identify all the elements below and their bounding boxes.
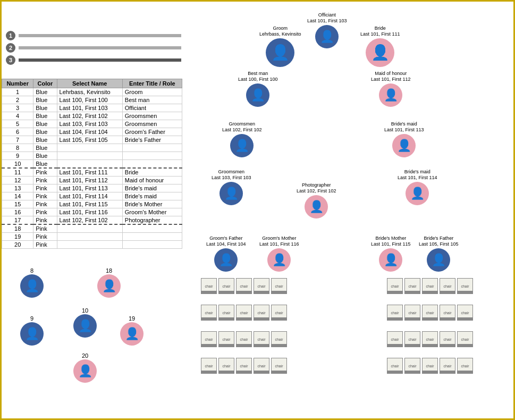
instruction-text-2 [19, 46, 181, 49]
chair: chair [271, 358, 287, 374]
chair-row: chairchairchairchairchair [387, 331, 473, 347]
chair: chair [387, 331, 403, 347]
chair: chair [387, 358, 403, 374]
chair: chair [254, 331, 269, 347]
unassigned-person[interactable]: 19👤 [120, 315, 143, 346]
person-label: Bride's maid Last 101, First 114 [398, 169, 437, 181]
chair: chair [457, 305, 473, 321]
table-row: 17PinkLast 102, First 102Photographer [2, 216, 182, 225]
chair: chair [404, 358, 420, 374]
person-node-bride[interactable]: Bride Last 101, First 111👤 [360, 26, 400, 67]
table-header: Color [33, 79, 57, 88]
person-label: Bride's maid Last 101, First 113 [384, 121, 424, 133]
person-icon[interactable]: 👤 [214, 248, 238, 272]
chair: chair [254, 278, 269, 294]
person-icon[interactable]: 👤 [73, 314, 97, 338]
person-node-bridesmaid2[interactable]: Bride's maid Last 101, First 114👤 [398, 169, 437, 205]
person-icon[interactable]: 👤 [97, 274, 121, 298]
chair: chair [201, 331, 217, 347]
unassigned-person[interactable]: 20👤 [73, 352, 97, 383]
person-label: Bride Last 101, First 111 [360, 26, 400, 37]
person-node-bridefather[interactable]: Bride's Father Last 105, First 105👤 [419, 236, 459, 272]
table-row: 8Blue [2, 144, 182, 152]
person-node-maidofhonour[interactable]: Maid of honour Last 101, First 112👤 [371, 71, 411, 107]
chair: chair [201, 305, 217, 321]
person-node-groomsmen1[interactable]: Groomsmen Last 102, First 102👤 [222, 121, 262, 157]
person-icon[interactable]: 👤 [120, 322, 143, 346]
chair: chair [422, 278, 438, 294]
chair: chair [236, 331, 252, 347]
unassigned-person[interactable]: 18👤 [97, 267, 121, 298]
person-icon[interactable]: 👤 [246, 83, 269, 107]
instruction-text-1 [19, 34, 181, 37]
person-node-groom[interactable]: Groom Lehrbass, Kevinsito👤 [259, 26, 301, 67]
chair: chair [236, 305, 252, 321]
person-node-photographer[interactable]: Photographer Last 102, First 102👤 [297, 182, 336, 219]
chair: chair [236, 278, 252, 294]
diagram-area: Groom Lehrbass, Kevinsito👤Officiant Last… [190, 7, 511, 416]
person-node-groommother[interactable]: Groom's Mother Last 101, First 116👤 [259, 236, 299, 272]
chair-row: chairchairchairchairchair [387, 305, 473, 321]
person-node-bestman[interactable]: Best man Last 100, First 100👤 [238, 71, 278, 107]
person-icon[interactable]: 👤 [219, 182, 243, 205]
chair-row: chairchairchairchairchair [387, 358, 473, 374]
table-row: 4BlueLast 102, First 102Groomsmen [2, 112, 182, 120]
person-label: Best man Last 100, First 100 [238, 71, 278, 82]
chair: chair [271, 305, 287, 321]
person-node-groomfather[interactable]: Groom's Father Last 104, First 104👤 [206, 236, 246, 272]
table-row: 11PinkLast 101, First 111Bride [2, 168, 182, 177]
person-label: Groom's Mother Last 101, First 116 [259, 236, 299, 247]
instruction-text-3 [19, 58, 181, 62]
person-icon[interactable]: 👤 [305, 195, 328, 219]
unassigned-num-label: 10 [82, 307, 88, 314]
person-icon[interactable]: 👤 [379, 83, 402, 107]
person-icon[interactable]: 👤 [267, 248, 291, 272]
data-table: NumberColorSelect NameEnter Title / Role… [2, 79, 182, 249]
person-node-bridesmaid1[interactable]: Bride's maid Last 101, First 113👤 [384, 121, 424, 157]
chair: chair [404, 331, 420, 347]
table-row: 9Blue [2, 152, 182, 160]
chair: chair [422, 331, 438, 347]
chair: chair [201, 358, 217, 374]
table-row: 16PinkLast 101, First 116Groom's Mother [2, 208, 182, 216]
chair: chair [254, 358, 269, 374]
unassigned-num-label: 18 [106, 267, 112, 274]
person-icon[interactable]: 👤 [427, 248, 450, 272]
person-node-officiant[interactable]: Officiant Last 101, First 103👤 [307, 12, 347, 48]
unassigned-person[interactable]: 9👤 [20, 315, 44, 346]
chair: chair [254, 305, 269, 321]
person-icon[interactable]: 👤 [266, 38, 294, 67]
person-icon[interactable]: 👤 [406, 182, 429, 205]
chair: chair [218, 278, 234, 294]
table-row: 2BlueLast 100, First 100Best man [2, 96, 182, 104]
person-icon[interactable]: 👤 [73, 359, 97, 383]
person-icon[interactable]: 👤 [20, 274, 44, 298]
unassigned-num-label: 20 [82, 352, 88, 359]
person-icon[interactable]: 👤 [230, 134, 254, 157]
table-row: 1BlueLehrbass, KevinsitoGroom [2, 88, 182, 96]
chair: chair [218, 331, 234, 347]
person-node-bridemother[interactable]: Bride's Mother Last 101, First 115👤 [371, 236, 411, 272]
person-label: Groom's Father Last 104, First 104 [206, 236, 246, 247]
unassigned-num-label: 19 [129, 315, 135, 322]
table-row: 5BlueLast 103, First 103Groomsmen [2, 120, 182, 128]
unassigned-person[interactable]: 8👤 [20, 267, 44, 298]
table-row: 13PinkLast 101, First 113Bride's maid [2, 184, 182, 192]
person-node-groomsmen2[interactable]: Groomsmen Last 103, First 103👤 [212, 169, 251, 205]
chair: chair [440, 278, 455, 294]
chair: chair [404, 305, 420, 321]
person-icon[interactable]: 👤 [315, 25, 339, 48]
table-header: Enter Title / Role [122, 79, 182, 88]
unassigned-area: 8👤18👤9👤10👤19👤20👤 [4, 267, 180, 420]
chair: chair [440, 305, 455, 321]
person-icon[interactable]: 👤 [392, 134, 416, 157]
person-label: Bride's Father Last 105, First 105 [419, 236, 459, 247]
person-icon[interactable]: 👤 [20, 322, 44, 346]
instruction-num-2: 2 [6, 43, 15, 53]
chair: chair [457, 278, 473, 294]
unassigned-person[interactable]: 10👤 [73, 307, 97, 338]
person-icon[interactable]: 👤 [366, 38, 394, 67]
person-label: Groom Lehrbass, Kevinsito [259, 26, 301, 37]
person-icon[interactable]: 👤 [379, 248, 402, 272]
chair: chair [271, 278, 287, 294]
